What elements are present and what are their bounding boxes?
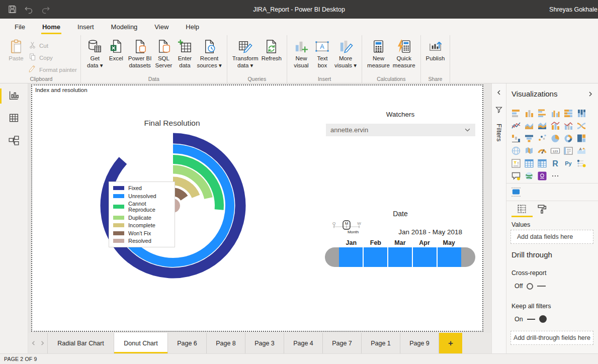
sidebar-item-data-view[interactable]	[0, 109, 28, 129]
qa-visual-icon[interactable]	[510, 170, 521, 181]
donut-chart-icon[interactable]	[563, 133, 573, 143]
map-icon[interactable]	[510, 145, 521, 156]
save-icon[interactable]	[7, 4, 18, 15]
values-field-well[interactable]: Add data fields here	[510, 230, 593, 244]
cut-button[interactable]: Cut	[28, 41, 77, 50]
area-chart-icon[interactable]	[524, 120, 534, 131]
new-page-button[interactable]: +	[439, 333, 462, 353]
collapse-visualizations-chevron-icon[interactable]	[587, 91, 593, 97]
waterfall-chart-icon[interactable]	[510, 133, 521, 143]
ribbon-chart-icon[interactable]	[576, 120, 586, 131]
recent-sources-button[interactable]: Recent sources ▾	[195, 37, 223, 69]
page-tab-radial-bar-chart[interactable]: Radial Bar Chart	[47, 333, 114, 353]
custom-visual-icon[interactable]	[537, 170, 547, 181]
slicer-month-cell[interactable]	[412, 247, 437, 267]
treemap-icon[interactable]	[576, 133, 586, 143]
more-visual-options-icon[interactable]	[550, 170, 560, 181]
multi-row-card-icon[interactable]	[563, 145, 573, 156]
page-tab-page-9[interactable]: Page 9	[400, 333, 439, 353]
funnel-chart-icon[interactable]	[524, 133, 534, 143]
page-tab-page-8[interactable]: Page 8	[207, 333, 245, 353]
menu-tab-view[interactable]: View	[146, 19, 177, 35]
clustered-column-chart-icon[interactable]	[550, 108, 560, 118]
legend-item[interactable]: Cannot Reproduce	[113, 201, 170, 213]
menu-tab-insert[interactable]: Insert	[69, 19, 103, 35]
excel-button[interactable]: Excel	[106, 37, 127, 63]
slicer-month-cell[interactable]	[437, 247, 461, 267]
paste-button[interactable]: Paste	[6, 37, 27, 63]
python-visual-icon[interactable]: Py	[563, 158, 573, 168]
drill-through-field-well[interactable]: Add drill-through fields here	[510, 331, 593, 345]
new-measure-button[interactable]: New measure	[366, 37, 391, 69]
legend-item[interactable]: Won't Fix	[113, 230, 170, 236]
page-title-textbox[interactable]: Index and resolution	[35, 87, 88, 93]
more-visuals-button[interactable]: More visuals ▾	[333, 37, 358, 69]
new-visual-button[interactable]: New visual	[291, 37, 312, 69]
stacked-column-100-chart-icon[interactable]	[576, 108, 586, 118]
sql-server-button[interactable]: SQL Server	[153, 37, 174, 69]
stacked-column-chart-icon[interactable]	[524, 108, 534, 118]
gauge-icon[interactable]	[537, 145, 547, 156]
legend-item[interactable]: Duplicate	[113, 215, 170, 221]
page-tab-page-6[interactable]: Page 6	[168, 333, 207, 353]
redo-icon[interactable]	[40, 4, 51, 15]
expand-filters-chevron-icon[interactable]	[496, 89, 502, 96]
line-stacked-column-chart-icon[interactable]	[550, 120, 560, 131]
refresh-button[interactable]: Refresh	[260, 37, 283, 63]
legend-item[interactable]: Unresolved	[113, 193, 170, 199]
stacked-bar-chart-icon[interactable]	[510, 108, 521, 118]
menu-tab-help[interactable]: Help	[177, 19, 208, 35]
previous-page-arrow-icon[interactable]	[31, 340, 36, 346]
selected-visual-icon[interactable]	[510, 187, 522, 198]
matrix-icon[interactable]	[537, 158, 547, 168]
power-bi-datasets-button[interactable]: Power BI datasets	[127, 37, 153, 69]
slicer-month-cell[interactable]	[387, 247, 412, 267]
keep-all-filters-toggle[interactable]: On	[515, 315, 547, 323]
enter-data-button[interactable]: Enter data	[174, 37, 195, 69]
page-tab-page-1[interactable]: Page 1	[362, 333, 400, 353]
menu-tab-file[interactable]: File	[6, 19, 34, 35]
r-script-icon[interactable]: R	[550, 158, 560, 168]
arcgis-map-icon[interactable]	[524, 170, 534, 181]
report-page[interactable]: Index and resolution Final Resolution Fi…	[31, 84, 483, 332]
line-chart-icon[interactable]	[510, 120, 521, 131]
sidebar-item-report-view[interactable]	[0, 86, 28, 106]
kpi-icon[interactable]: A	[576, 145, 586, 156]
legend-item[interactable]: Fixed	[113, 185, 170, 191]
page-tab-page-7[interactable]: Page 7	[323, 333, 362, 353]
table-icon[interactable]	[524, 158, 534, 168]
next-page-arrow-icon[interactable]	[40, 340, 45, 346]
page-tab-page-3[interactable]: Page 3	[245, 333, 284, 353]
legend-item[interactable]: Resolved	[113, 238, 170, 244]
format-tab-icon[interactable]	[537, 204, 547, 214]
slicer-month-cell[interactable]	[339, 247, 363, 267]
filled-map-icon[interactable]	[524, 145, 534, 156]
slicer-month-cell[interactable]	[363, 247, 387, 267]
slicer-handle-right[interactable]	[461, 247, 475, 267]
clustered-bar-chart-icon[interactable]	[537, 108, 547, 118]
line-clustered-column-chart-icon[interactable]	[563, 120, 573, 131]
fields-tab-icon[interactable]	[517, 204, 527, 214]
cross-report-toggle[interactable]: Off	[515, 283, 546, 290]
filters-panel-label[interactable]: Filters	[495, 124, 503, 141]
slicer-handle-left[interactable]	[325, 247, 339, 267]
page-tab-donut-chart[interactable]: Donut Chart	[114, 333, 168, 353]
scatter-chart-icon[interactable]	[537, 133, 547, 143]
transform-data-button[interactable]: Transform data ▾	[231, 37, 260, 69]
copy-button[interactable]: Copy	[28, 53, 77, 62]
stacked-area-chart-icon[interactable]	[537, 120, 547, 131]
sidebar-item-model-view[interactable]	[0, 131, 28, 151]
watchers-dropdown[interactable]: annette.ervin	[326, 124, 475, 136]
menu-tab-modeling[interactable]: Modeling	[103, 19, 146, 35]
slicer-icon[interactable]	[510, 158, 521, 168]
card-icon[interactable]: 123	[550, 145, 560, 156]
format-painter-button[interactable]: Format painter	[28, 65, 77, 74]
key-influencers-icon[interactable]	[576, 158, 586, 168]
undo-icon[interactable]	[24, 4, 34, 15]
publish-button[interactable]: Publish	[424, 37, 447, 63]
signed-in-user[interactable]: Shreyas Gokhale	[549, 6, 598, 13]
stacked-bar-100-chart-icon[interactable]	[563, 108, 573, 118]
pie-chart-icon[interactable]	[550, 133, 560, 143]
legend-item[interactable]: Incomplete	[113, 222, 170, 228]
get-data-button[interactable]: Get data ▾	[84, 37, 106, 69]
